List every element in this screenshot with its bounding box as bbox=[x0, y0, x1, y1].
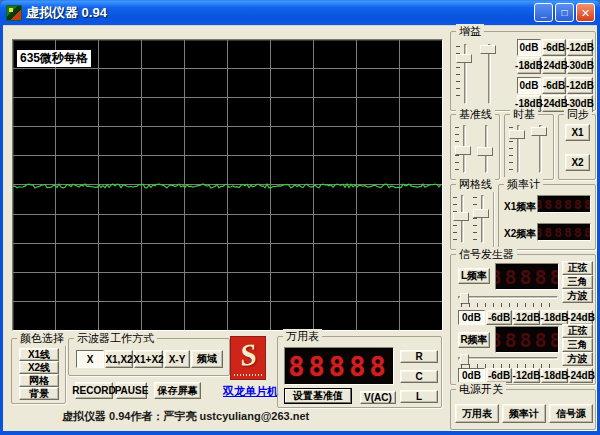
multimeter-display: 88888 bbox=[284, 347, 394, 385]
vac-button[interactable]: V(AC) bbox=[360, 391, 396, 404]
baseline-slider-1[interactable] bbox=[454, 125, 474, 173]
sync-group: 同步 X1 X2 bbox=[558, 114, 596, 180]
l-triangle-button[interactable]: 三角 bbox=[562, 275, 593, 289]
slider-thumb[interactable] bbox=[509, 130, 525, 139]
r-neg24db-button[interactable]: -24dB bbox=[569, 368, 593, 383]
x2-frequency-display: 888888 bbox=[537, 223, 591, 241]
frequency-counter-title: 频率计 bbox=[504, 177, 543, 192]
scope-mode-group: 示波器工作方式 X X1,X2 X1+X2 X-Y 频域 bbox=[68, 338, 230, 376]
scope-trace bbox=[13, 40, 442, 330]
slider-thumb[interactable] bbox=[453, 212, 469, 221]
l-square-button[interactable]: 方波 bbox=[562, 289, 593, 303]
title-bar[interactable]: 虚拟仪器 0.94 _ □ ✕ bbox=[0, 0, 600, 25]
r-square-button[interactable]: 方波 bbox=[562, 352, 593, 366]
gain-group-title: 增益 bbox=[456, 24, 484, 39]
multimeter-r-button[interactable]: R bbox=[400, 350, 438, 363]
gain-slider-2[interactable] bbox=[479, 44, 499, 104]
multimeter-c-button[interactable]: C bbox=[400, 370, 438, 383]
minimize-button[interactable]: _ bbox=[534, 3, 553, 22]
r-level-slider[interactable] bbox=[458, 354, 558, 368]
close-button[interactable]: ✕ bbox=[576, 3, 595, 22]
power-switch-title: 电源开关 bbox=[456, 382, 506, 397]
gain1-0db-button[interactable]: 0dB bbox=[517, 39, 541, 56]
r-sine-button[interactable]: 正弦 bbox=[562, 324, 593, 338]
sync-group-title: 同步 bbox=[564, 107, 592, 122]
gain2-0db-button[interactable]: 0dB bbox=[517, 77, 541, 94]
r-neg12db-button[interactable]: -12dB bbox=[513, 368, 540, 383]
gain1-neg24db-button[interactable]: -24dB bbox=[542, 57, 566, 74]
l-neg12db-button[interactable]: -12dB bbox=[513, 310, 540, 325]
slider-thumb[interactable] bbox=[531, 127, 547, 136]
power-freqcounter-button[interactable]: 频率计 bbox=[502, 404, 546, 423]
color-select-group: 颜色选择 X1线 X2线 网格 背景 bbox=[11, 338, 66, 404]
frequency-counter-group: 频率计 X1频率 888888 X2频率 888888 bbox=[498, 184, 596, 250]
multimeter-l-button[interactable]: L bbox=[400, 390, 438, 403]
slider-thumb[interactable] bbox=[456, 54, 472, 63]
r-neg6db-button[interactable]: -6dB bbox=[486, 368, 512, 383]
r-triangle-button[interactable]: 三角 bbox=[562, 338, 593, 352]
logo-caption-line bbox=[234, 374, 262, 376]
gain1-neg12db-button[interactable]: -12dB bbox=[567, 39, 593, 56]
maximize-button[interactable]: □ bbox=[555, 3, 574, 22]
window-title: 虚拟仪器 0.94 bbox=[26, 4, 107, 22]
gain2-neg24db-button[interactable]: -24dB bbox=[542, 95, 566, 112]
mode-x1plusx2-button[interactable]: X1+X2 bbox=[134, 350, 163, 368]
slider-thumb[interactable] bbox=[477, 147, 493, 156]
slider-thumb[interactable] bbox=[473, 209, 489, 218]
slider-thumb[interactable] bbox=[455, 146, 471, 155]
color-x2-line-button[interactable]: X2线 bbox=[19, 361, 59, 374]
gain1-neg30db-button[interactable]: -30dB bbox=[567, 57, 593, 74]
l-neg24db-button[interactable]: -24dB bbox=[569, 310, 593, 325]
save-screen-button[interactable]: 保存屏幕 bbox=[154, 382, 201, 399]
gridlines-slider-1[interactable] bbox=[452, 195, 472, 243]
record-button[interactable]: RECORD bbox=[75, 382, 113, 399]
x2-frequency-label: X2频率 bbox=[504, 227, 536, 241]
r-0db-button[interactable]: 0dB bbox=[458, 368, 485, 383]
l-0db-button[interactable]: 0dB bbox=[458, 310, 485, 325]
x1-frequency-label: X1频率 bbox=[504, 200, 536, 214]
gridlines-slider-2[interactable] bbox=[472, 195, 492, 243]
mode-x1x2-button[interactable]: X1,X2 bbox=[105, 350, 133, 368]
oscilloscope-screen: 635微秒每格 bbox=[12, 39, 443, 331]
color-background-button[interactable]: 背景 bbox=[19, 387, 59, 400]
r-frequency-button[interactable]: R频率 bbox=[458, 332, 490, 348]
timebase-per-div-label: 635微秒每格 bbox=[17, 50, 91, 67]
r-neg18db-button[interactable]: -18dB bbox=[541, 368, 568, 383]
baseline-slider-2[interactable] bbox=[476, 125, 496, 173]
sync-x1-button[interactable]: X1 bbox=[565, 124, 590, 141]
baseline-group-title: 基准线 bbox=[456, 107, 495, 122]
sync-x2-button[interactable]: X2 bbox=[565, 154, 590, 171]
baseline-group: 基准线 bbox=[450, 114, 500, 180]
slider-thumb[interactable] bbox=[480, 45, 496, 54]
window-bottom-border bbox=[0, 431, 600, 435]
pause-button[interactable]: PAUSE bbox=[116, 382, 147, 399]
l-frequency-button[interactable]: L频率 bbox=[458, 268, 490, 284]
mode-xy-button[interactable]: X-Y bbox=[164, 350, 190, 368]
color-select-title: 颜色选择 bbox=[17, 331, 67, 346]
gain2-neg6db-button[interactable]: -6dB bbox=[542, 77, 566, 94]
status-bar-text: 虚拟仪器 0.94作者：严宇亮 ustcyuliang@263.net bbox=[62, 409, 309, 424]
gain1-neg18db-button[interactable]: -18dB bbox=[517, 57, 541, 74]
slider-track bbox=[458, 357, 558, 360]
gain1-neg6db-button[interactable]: -6dB bbox=[542, 39, 566, 56]
main-content: 635微秒每格 增益 0dB -6dB -12dB -18dB -24dB -3… bbox=[3, 25, 597, 431]
color-grid-button[interactable]: 网格 bbox=[19, 374, 59, 387]
logo-letter: S bbox=[237, 337, 258, 373]
timebase-group: 时基 bbox=[504, 114, 554, 180]
multimeter-title: 万用表 bbox=[283, 329, 322, 344]
mode-freqdomain-button[interactable]: 频域 bbox=[191, 350, 223, 368]
l-level-slider[interactable] bbox=[458, 293, 558, 307]
power-multimeter-button[interactable]: 万用表 bbox=[455, 404, 499, 423]
mode-x-button[interactable]: X bbox=[76, 350, 104, 368]
set-reference-button[interactable]: 设置基准值 bbox=[284, 388, 352, 404]
l-neg6db-button[interactable]: -6dB bbox=[486, 310, 512, 325]
l-sine-button[interactable]: 正弦 bbox=[562, 261, 593, 275]
color-x1-line-button[interactable]: X1线 bbox=[19, 348, 59, 361]
power-signalsource-button[interactable]: 信号源 bbox=[549, 404, 593, 423]
l-neg18db-button[interactable]: -18dB bbox=[541, 310, 568, 325]
timebase-slider-1[interactable] bbox=[508, 125, 528, 173]
gain2-neg12db-button[interactable]: -12dB bbox=[567, 77, 593, 94]
timebase-slider-2[interactable] bbox=[530, 125, 550, 173]
gain-slider-1[interactable] bbox=[455, 44, 475, 104]
shuanglong-mcu-link[interactable]: 双龙单片机 bbox=[223, 384, 278, 399]
